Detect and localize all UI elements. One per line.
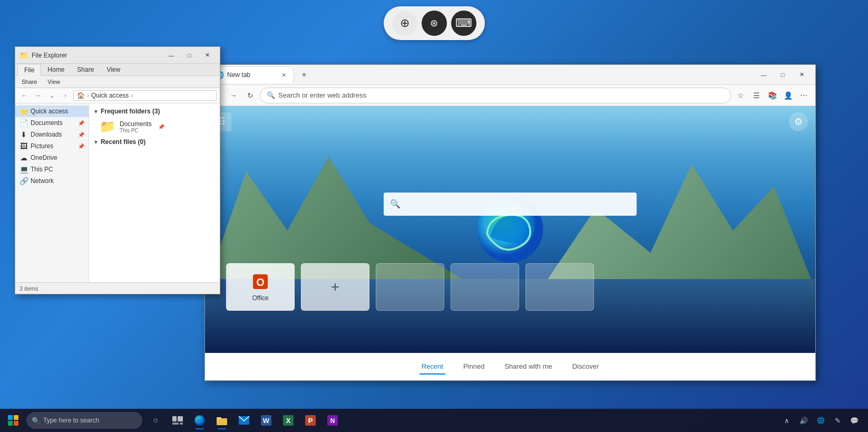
- browser-titlebar: 🌐 New tab ✕ + — □ ✕: [205, 65, 815, 85]
- fe-minimize-button[interactable]: —: [163, 48, 180, 63]
- remote-button[interactable]: ⊛: [422, 11, 447, 36]
- show-hidden-icons[interactable]: ∧: [779, 413, 794, 428]
- nt-search-input[interactable]: [405, 199, 630, 208]
- fe-titlebar: 📁 File Explorer — □ ✕: [15, 47, 220, 64]
- profile-button[interactable]: 👤: [781, 88, 795, 103]
- svg-rect-9: [217, 417, 221, 419]
- browser-forward-button[interactable]: →: [226, 88, 241, 103]
- frequent-folders-arrow: ▼: [93, 109, 99, 114]
- taskbar-file-explorer[interactable]: [211, 410, 232, 431]
- fe-main-area: ⭐ Quick access 📄 Documents 📌 ⬇ Downloads…: [15, 103, 220, 282]
- collections-button[interactable]: 📚: [765, 88, 779, 103]
- taskbar-edge[interactable]: [189, 410, 210, 431]
- sidebar-pictures-label: Pictures: [31, 142, 53, 150]
- fe-tab-home[interactable]: Home: [41, 64, 71, 75]
- fe-tab-share[interactable]: Share: [71, 64, 100, 75]
- documents-folder-name: Documents: [120, 120, 152, 128]
- word-taskbar-icon: W: [261, 415, 271, 426]
- sd-add-icon: +: [331, 279, 339, 295]
- bottom-tab-discover[interactable]: Discover: [570, 359, 601, 375]
- sidebar-item-quick-access[interactable]: ⭐ Quick access: [15, 105, 89, 117]
- svg-text:O: O: [256, 276, 265, 288]
- taskbar-word[interactable]: W: [256, 410, 277, 431]
- recent-files-label: Recent files (0): [101, 138, 145, 146]
- frequent-folders-label: Frequent folders (3): [101, 108, 160, 115]
- pen-icon[interactable]: ✎: [830, 413, 845, 428]
- taskbar-onenote[interactable]: N: [322, 410, 343, 431]
- svg-rect-3: [172, 416, 177, 421]
- speaker-icon: 🔊: [799, 417, 808, 425]
- fe-content-pane: ▼ Frequent folders (3) 📁 Documents This …: [89, 103, 220, 282]
- fe-back-button[interactable]: ←: [18, 90, 30, 101]
- keyboard-button[interactable]: ⌨: [451, 11, 476, 36]
- fe-sidebar: ⭐ Quick access 📄 Documents 📌 ⬇ Downloads…: [15, 103, 89, 282]
- fe-frequent-folders-header[interactable]: ▼ Frequent folders (3): [91, 105, 218, 117]
- settings-icon: ⚙: [794, 116, 803, 128]
- fe-breadcrumb[interactable]: 🏠 › Quick access ›: [73, 90, 217, 101]
- onenote-taskbar-icon: N: [327, 415, 338, 426]
- favorites-bar-button[interactable]: ☰: [749, 88, 764, 103]
- favorites-button[interactable]: ☆: [733, 88, 748, 103]
- downloads-pin-icon: 📌: [78, 132, 84, 138]
- browser-toolbar: ← → ↻ 🔍 Search or enter web address ☆ ☰ …: [205, 85, 815, 106]
- fe-forward-button[interactable]: →: [32, 90, 44, 101]
- breadcrumb-label: Quick access: [91, 92, 129, 99]
- edge-taskbar-icon: [194, 415, 206, 426]
- breadcrumb-separator2: ›: [131, 92, 133, 99]
- bottom-tab-pinned[interactable]: Pinned: [461, 359, 486, 375]
- browser-maximize-button[interactable]: □: [773, 67, 792, 83]
- taskbar-cortana[interactable]: ○: [145, 410, 166, 431]
- sd-add-button[interactable]: +: [301, 263, 369, 311]
- fe-maximize-button[interactable]: □: [181, 48, 198, 63]
- sidebar-quick-access-label: Quick access: [31, 108, 68, 115]
- sidebar-item-onedrive[interactable]: ☁ OneDrive: [15, 152, 89, 164]
- sidebar-item-pictures[interactable]: 🖼 Pictures 📌: [15, 140, 89, 152]
- fe-ribbon-share[interactable]: Share: [19, 78, 39, 86]
- nt-settings-button[interactable]: ⚙: [789, 112, 808, 131]
- fe-ribbon-content: Share View: [15, 76, 220, 88]
- fe-recent-files-header[interactable]: ▼ Recent files (0): [91, 136, 218, 148]
- fe-tab-file[interactable]: File: [17, 64, 41, 76]
- browser-refresh-button[interactable]: ↻: [243, 88, 258, 103]
- svg-text:P: P: [308, 417, 313, 425]
- sidebar-item-documents[interactable]: 📄 Documents 📌: [15, 117, 89, 129]
- browser-urlbar[interactable]: 🔍 Search or enter web address: [260, 88, 731, 103]
- browser-minimize-button[interactable]: —: [754, 67, 773, 83]
- fe-up-button[interactable]: ↑: [60, 90, 71, 101]
- start-button[interactable]: [3, 410, 24, 431]
- sd-office[interactable]: O Office: [226, 263, 295, 311]
- breadcrumb-separator: ›: [87, 92, 89, 99]
- tab-label: New tab: [227, 71, 276, 79]
- fe-close-button[interactable]: ✕: [199, 48, 216, 63]
- new-tab-button[interactable]: +: [297, 68, 311, 82]
- network-icon[interactable]: 🌐: [813, 413, 828, 428]
- browser-close-button[interactable]: ✕: [792, 67, 811, 83]
- sidebar-item-this-pc[interactable]: 💻 This PC: [15, 164, 89, 175]
- fe-tab-view[interactable]: View: [100, 64, 126, 75]
- taskbar-mail[interactable]: [233, 410, 255, 431]
- tab-close-button[interactable]: ✕: [279, 71, 288, 79]
- zoom-button[interactable]: ⊕: [392, 11, 417, 36]
- taskbar-powerpoint[interactable]: P: [300, 410, 321, 431]
- more-button[interactable]: ⋯: [796, 88, 811, 103]
- volume-icon[interactable]: 🔊: [796, 413, 811, 428]
- fe-documents-folder[interactable]: 📁 Documents This PC 📌: [91, 117, 218, 136]
- taskbar-excel[interactable]: X: [278, 410, 299, 431]
- taskbar-task-view[interactable]: [167, 410, 188, 431]
- file-explorer-taskbar-icon: [217, 416, 227, 425]
- taskbar-search[interactable]: 🔍 Type here to search: [26, 412, 142, 429]
- notification-icon[interactable]: 💬: [847, 413, 862, 428]
- fe-recent-button[interactable]: ⌄: [46, 90, 57, 101]
- nt-search-bar[interactable]: 🔍: [384, 193, 637, 216]
- bottom-tab-shared[interactable]: Shared with me: [502, 359, 554, 375]
- taskbar-search-icon: 🔍: [32, 417, 40, 425]
- browser-toolbar-icons: ☆ ☰ 📚 👤 ⋯: [733, 88, 811, 103]
- sd-empty-1: [376, 263, 444, 311]
- browser-tab-new[interactable]: 🌐 New tab ✕: [209, 66, 294, 83]
- sidebar-item-downloads[interactable]: ⬇ Downloads 📌: [15, 129, 89, 140]
- fe-ribbon-view[interactable]: View: [45, 78, 62, 86]
- bottom-tab-recent[interactable]: Recent: [420, 359, 445, 375]
- wifi-icon: 🌐: [817, 417, 825, 424]
- sidebar-item-network[interactable]: 🔗 Network: [15, 175, 89, 187]
- sd-empty-2: [451, 263, 519, 311]
